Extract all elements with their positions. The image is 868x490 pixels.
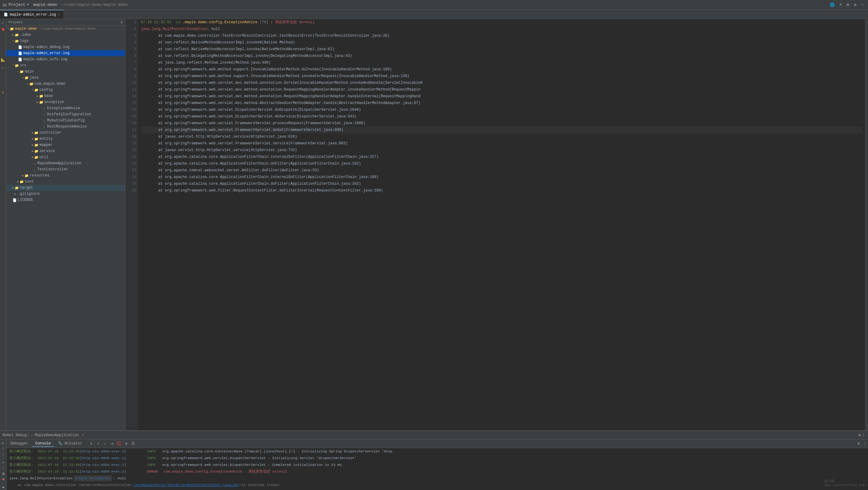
debug-tab-expand-icon[interactable]: ⋮ — [863, 442, 867, 446]
log-level-error: ERROR — [147, 468, 164, 475]
tree-item-gitignore[interactable]: ⚙ .gitignore — [6, 191, 125, 197]
console-toolbar-scroll-btn[interactable]: ↕ — [102, 440, 108, 447]
tree-item-controller[interactable]: ▶ 📁 controller — [6, 130, 125, 136]
request-icon[interactable]: ⌨ — [0, 65, 6, 71]
align-icon[interactable]: ≡ — [838, 2, 844, 8]
editor-tab-error-log[interactable]: 📄 maple-admin_error.log × — [0, 10, 64, 19]
debug-step-into-btn[interactable]: ↓ — [0, 466, 7, 471]
tree-label-logs: logs — [20, 39, 29, 43]
tree-label-gitignore: .gitignore — [18, 192, 40, 196]
minimize-icon[interactable]: — — [860, 2, 866, 8]
console-toolbar-save-btn[interactable]: ⬇ — [95, 440, 101, 447]
tree-item-mapper[interactable]: ▶ 📁 mapper — [6, 142, 125, 148]
tree-item-idea[interactable]: ▶ 📁 .idea — [6, 32, 125, 38]
expand-arrow: ▶ — [17, 180, 19, 184]
debug-breakpoint-icon[interactable]: ● — [0, 485, 7, 490]
expand-arrow: ▾ — [12, 39, 14, 43]
scrollbar-right[interactable] — [865, 19, 868, 430]
folder-icon: 📁 — [14, 32, 19, 37]
expand-arrow: ▾ — [17, 70, 19, 73]
tree-item-resources[interactable]: ▶ 📁 resources — [6, 173, 125, 179]
debug-step-up-btn[interactable]: ↑ — [0, 447, 7, 452]
rebel-icon[interactable]: R — [0, 90, 6, 95]
tree-item-com-maple-demo[interactable]: ▾ 📁 com.maple.demo — [6, 81, 125, 87]
log-line-4: 笑小枫控制台- 2022-07-16 21:32:51 [http-nio-66… — [7, 468, 868, 475]
tree-label-mybatis: MybatisPlusConfig — [47, 118, 85, 123]
code-content[interactable]: 07-16 21:32:51 co .maple.demo.config.Exc… — [138, 19, 865, 430]
debug-more-icon[interactable]: ⋮ — [862, 433, 866, 437]
tree-item-main[interactable]: ▾ 📁 main — [6, 68, 125, 74]
tree-item-exception-advice[interactable]: ☕ ExceptionAdvice — [6, 105, 125, 111]
tree-settings-icon[interactable]: ⚙ — [121, 20, 123, 24]
structure-icon[interactable]: 📐 — [0, 57, 6, 62]
tree-item-knife4j[interactable]: ☕ Knife4jConfiguration — [6, 111, 125, 118]
tree-item-target[interactable]: ▶ 📁 target — [6, 185, 125, 191]
debug-pause-btn[interactable]: ⏸ — [0, 472, 7, 477]
project-dropdown-icon[interactable]: ▼ — [27, 3, 29, 6]
debug-run-btn[interactable]: ▶ — [0, 441, 7, 446]
tree-item-entity[interactable]: ▶ 📁 entity — [6, 136, 125, 142]
debug-step-over-btn[interactable]: ↷ — [0, 460, 7, 465]
tab-actuator[interactable]: 🔧 Actuator — [55, 441, 86, 447]
project-selector[interactable]: 🗂 Project ▼ maple-demo ~/csdn/maple-demo… — [2, 2, 128, 7]
debug-app-name[interactable]: MapleDemoApplication — [35, 433, 79, 437]
tree-label-knife4j: Knife4jConfiguration — [47, 112, 91, 117]
debug-step-down-btn[interactable]: ↓ — [0, 452, 7, 457]
console-toolbar-rerun-btn[interactable]: ↺ — [109, 440, 116, 447]
tree-item-error-log[interactable]: 📄 maple-admin_error.log — [6, 50, 125, 56]
project-view-icon[interactable]: ≡ — [0, 20, 6, 26]
tree-item-rest-response[interactable]: ☕ RestResponseAdvice — [6, 124, 125, 130]
debug-console-content[interactable]: 笑小枫控制台- 2022-07-16 21:32:50 [http-nio-66… — [7, 448, 868, 490]
tree-item-mybatis[interactable]: ☕ MybatisPlusConfig — [6, 118, 125, 124]
create-breakpoint-btn[interactable]: Create breakpoint — [74, 475, 112, 482]
code-line-2: java.lang.NullPointerException: null — [141, 26, 863, 32]
tree-item-license[interactable]: 📄 LICENSE — [6, 197, 125, 203]
layout-icon[interactable]: ⊞ — [845, 2, 851, 8]
tree-item-util[interactable]: ▶ 📁 util — [6, 154, 125, 160]
expand-arrow: ▾ — [22, 76, 24, 80]
code-line-16: at org.springframework.web.servlet.Frame… — [141, 120, 863, 127]
tree-item-maple-demo-app[interactable]: ☕ MapleDemoApplication — [6, 160, 125, 166]
tree-item-maple-demo[interactable]: ▾ 📁 maple-demo ~/csdn/maple-demo/maple-d… — [6, 26, 125, 32]
code-line-25: at org.apache.catalina.core.ApplicationF… — [141, 180, 863, 187]
globe-icon[interactable]: 🌐 — [828, 2, 837, 8]
console-toolbar-clear-btn[interactable]: 🚫 — [116, 440, 123, 447]
expand-arrow: ▾ — [12, 64, 14, 67]
tree-item-debug-log[interactable]: 📄 maple-admin_debug.log — [6, 44, 125, 50]
settings-icon[interactable]: ⚙ — [852, 2, 858, 8]
tree-item-bean[interactable]: ▶ 📁 bean — [6, 93, 125, 99]
folder-icon: 📁 — [19, 69, 24, 74]
line-numbers: 1234567891011121314151617181920212223242… — [125, 19, 138, 430]
console-toolbar-settings-btn[interactable]: ⚙ — [123, 440, 130, 447]
tree-item-test[interactable]: ▶ 📁 test — [6, 179, 125, 185]
tree-item-src[interactable]: ▾ 📁 src — [6, 62, 125, 68]
tree-item-logs[interactable]: ▾ 📁 logs — [6, 38, 125, 44]
log-stack-link[interactable]: service(HttpServlet.java:626) — [89, 489, 151, 490]
tree-item-config[interactable]: ▾ 📁 config — [6, 87, 125, 93]
tree-label-test-controller: TestController — [37, 167, 68, 172]
tree-item-service[interactable]: ▶ 📁 service — [6, 148, 125, 154]
console-toolbar-list-btn[interactable]: ≡ — [88, 440, 94, 447]
bookmark-icon[interactable]: 🔖 — [0, 26, 6, 32]
code-line-9: at org.springframework.web.method.suppor… — [141, 73, 863, 80]
code-line-7: at java.lang.reflect.Method.invoke(Metho… — [141, 59, 863, 66]
tree-item-exception[interactable]: ▶ 📁 exception — [6, 99, 125, 105]
debug-close-btn[interactable]: × — [82, 433, 84, 437]
tab-console[interactable]: Console — [32, 441, 55, 447]
debug-stop-btn[interactable]: ■ — [0, 477, 7, 482]
code-line-10: at org.springframework.web.servlet.mvc.m… — [141, 80, 863, 86]
console-toolbar-more-btn[interactable]: ☰ — [130, 440, 137, 447]
log-line-2: 笑小枫控制台- 2022-07-16 21:32:50 [http-nio-66… — [7, 455, 868, 462]
debug-main-content: Debugger Console 🔧 Actuator ≡ ⬇ ↕ ↺ 🚫 ⚙ … — [7, 439, 868, 490]
tree-label-maple-demo-app: MapleDemoApplication — [37, 161, 81, 165]
tab-close-btn[interactable]: × — [58, 13, 60, 17]
tree-item-test-controller[interactable]: ☕ TestController — [6, 166, 125, 173]
tree-label-exception-advice: ExceptionAdvice — [47, 106, 80, 111]
log-stack-link[interactable]: testResultError(TestErrorResultControlle… — [134, 482, 239, 488]
title-bar-icons: 🌐 ≡ ⊞ ⚙ — — [828, 2, 866, 8]
tab-debugger[interactable]: Debugger — [7, 441, 32, 447]
debug-tab-settings-icon[interactable]: ⚙ — [858, 442, 860, 446]
tree-item-info-log[interactable]: 📄 maple-admin_info.log — [6, 56, 125, 62]
tree-item-java[interactable]: ▾ 📁 java — [6, 74, 125, 81]
debug-settings-icon[interactable]: ⚙ — [859, 433, 861, 437]
